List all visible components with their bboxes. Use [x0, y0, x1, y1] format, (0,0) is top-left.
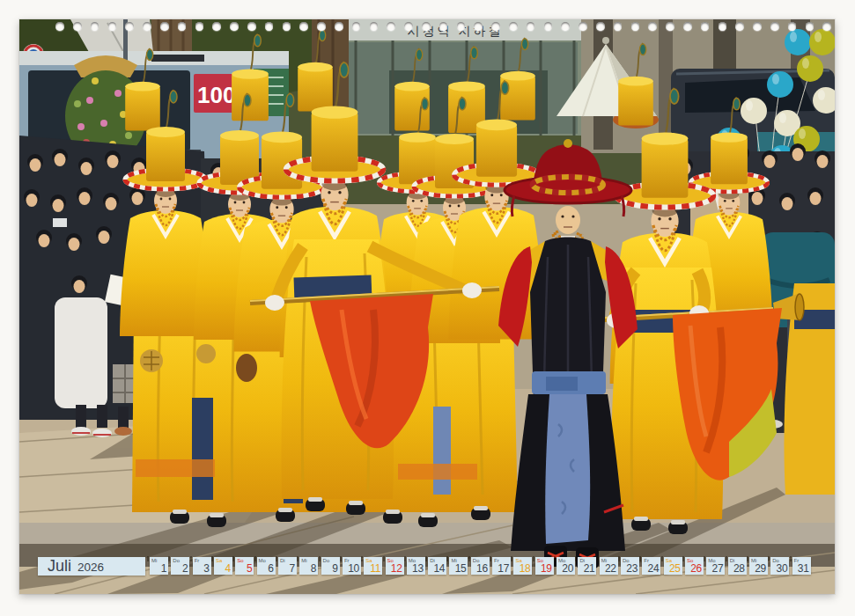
- punch-hole: [404, 22, 413, 31]
- calendar-day-cell: Sa18: [513, 557, 532, 575]
- day-number: 17: [498, 563, 509, 574]
- day-number: 9: [332, 563, 337, 574]
- punch-hole: [719, 22, 727, 31]
- day-number: 3: [203, 563, 209, 574]
- calendar-day-cell: Do9: [321, 557, 340, 575]
- calendar-day-cell: Do23: [621, 557, 639, 575]
- day-number: 25: [669, 563, 681, 574]
- calendar-day-cell: Fr3: [193, 557, 211, 575]
- punch-hole: [770, 22, 779, 31]
- day-number: 18: [520, 563, 531, 574]
- day-number: 15: [455, 563, 467, 574]
- punch-hole: [735, 22, 744, 31]
- day-number: 11: [370, 563, 380, 574]
- calendar-day-cell: Fr10: [343, 557, 361, 575]
- punch-hole: [212, 22, 221, 31]
- day-weekday-label: Sa: [216, 558, 222, 563]
- year-label: 2026: [77, 561, 104, 574]
- calendar-day-cell: Sa4: [214, 557, 232, 575]
- punch-hole: [352, 22, 361, 31]
- calendar-day-cell: Di28: [728, 557, 747, 575]
- punch-hole: [614, 22, 623, 31]
- punch-hole: [666, 22, 674, 31]
- day-number: 30: [777, 563, 788, 574]
- punch-hole: [108, 22, 117, 31]
- calendar-day-cell: Di7: [278, 557, 297, 575]
- day-number: 13: [412, 563, 424, 574]
- calendar-day-cell: Mi1: [150, 557, 168, 575]
- day-number: 4: [225, 563, 231, 574]
- day-number: 29: [755, 563, 766, 574]
- calendar-day-cell: So5: [235, 557, 254, 575]
- punch-hole: [317, 22, 326, 31]
- punch-hole: [579, 22, 587, 31]
- calendar-day-cell: Do16: [471, 557, 490, 575]
- calendar-day-cell: Mi15: [449, 557, 468, 575]
- day-number: 12: [391, 563, 402, 574]
- calendar-page: 시청역 지하철: [0, 0, 855, 616]
- punch-hole: [683, 22, 692, 31]
- day-number: 21: [584, 563, 595, 574]
- punch-hole: [370, 22, 379, 31]
- calendar-day-cell: Di14: [428, 557, 446, 575]
- calendar-day-cell: Mi22: [600, 557, 618, 575]
- day-number: 24: [648, 563, 660, 574]
- punch-hole: [387, 22, 395, 31]
- day-number: 19: [541, 563, 552, 574]
- calendar-day-cell: Do30: [770, 557, 789, 575]
- calendar-day-cell: So12: [386, 557, 404, 575]
- punch-hole: [55, 22, 64, 31]
- punch-hole: [195, 22, 204, 31]
- day-weekday-label: Mi: [151, 558, 157, 563]
- day-number: 6: [268, 563, 273, 574]
- day-weekday-label: Do: [323, 558, 330, 563]
- punch-hole: [230, 22, 239, 31]
- day-number: 14: [433, 563, 445, 574]
- punch-hole: [299, 22, 308, 31]
- calendar-day-cell: Fr17: [492, 557, 511, 575]
- calendar-day-cell: Mi29: [749, 557, 768, 575]
- punch-hole: [788, 22, 797, 31]
- punch-hole: [283, 22, 291, 31]
- punch-hole: [247, 22, 256, 31]
- punch-hole: [806, 22, 814, 31]
- punch-hole: [439, 22, 448, 31]
- day-number: 22: [605, 563, 616, 574]
- calendar-day-cell: Mo13: [407, 557, 425, 575]
- day-number: 26: [690, 563, 702, 574]
- punch-hole: [544, 22, 553, 31]
- punch-hole: [701, 22, 710, 31]
- punch-hole: [491, 22, 500, 31]
- calendar-day-cell: Fr24: [642, 557, 660, 575]
- punch-hole: [73, 22, 82, 31]
- punch-hole: [509, 22, 518, 31]
- calendar-day-cell: Mi8: [299, 557, 318, 575]
- punch-hole: [527, 22, 535, 31]
- punch-hole: [631, 22, 640, 31]
- month-box: Juli 2026: [38, 557, 145, 576]
- month-label: Juli: [48, 557, 71, 575]
- punch-hole: [422, 22, 431, 31]
- calendar-day-cell: So26: [685, 557, 704, 575]
- punch-hole: [822, 22, 831, 31]
- day-number: 23: [626, 563, 638, 574]
- calendar-day-cell: Mo6: [257, 557, 276, 575]
- leader-blue-apron: [545, 394, 590, 544]
- day-number: 10: [348, 563, 359, 574]
- parade-photo: 시청역 지하철: [19, 19, 835, 594]
- punch-hole: [125, 22, 134, 31]
- punch-hole: [474, 22, 483, 31]
- punch-hole: [143, 22, 151, 31]
- day-number: 1: [161, 563, 166, 574]
- day-number: 31: [798, 563, 809, 574]
- punch-hole: [753, 22, 762, 31]
- day-number: 2: [182, 563, 188, 574]
- punch-hole: [335, 22, 343, 31]
- calendar-day-cell: Mo20: [556, 557, 575, 575]
- day-weekday-label: So: [237, 558, 243, 563]
- punch-hole: [596, 22, 605, 31]
- calendar-day-cell: Di21: [578, 557, 596, 575]
- punch-hole: [457, 22, 466, 31]
- punch-hole: [561, 22, 570, 31]
- punch-hole: [265, 22, 274, 31]
